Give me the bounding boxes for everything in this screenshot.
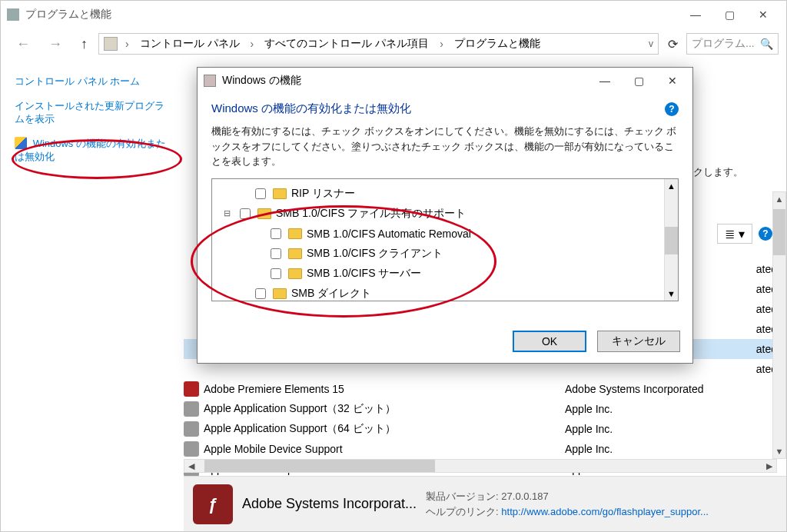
program-icon (184, 401, 199, 417)
table-row[interactable]: Apple Mobile Device Support Apple Inc. (184, 439, 777, 459)
feature-label: SMB 1.0/CIFS サーバー (307, 267, 421, 281)
program-icon (184, 441, 199, 457)
tree-node[interactable]: SMB 1.0/CIFS クライアント (215, 244, 675, 264)
feature-checkbox[interactable] (271, 268, 281, 279)
tree-node[interactable]: RIP リスナー (215, 184, 675, 204)
back-button[interactable]: ← (8, 33, 38, 55)
search-placeholder: プログラム... (692, 37, 755, 51)
help-icon[interactable]: ? (759, 227, 772, 241)
horizontal-scrollbar[interactable]: ◀ ▶ (184, 459, 777, 473)
scroll-thumb[interactable] (204, 460, 435, 472)
folder-icon (288, 268, 302, 279)
program-name: Adobe Premiere Elements 15 (204, 383, 565, 395)
ok-button[interactable]: OK (513, 331, 586, 352)
help-link[interactable]: http://www.adobe.com/go/flashplayer_supp… (501, 506, 709, 517)
navbar: ← → ↑ › コントロール パネル › すべてのコントロール パネル項目 › … (1, 28, 786, 59)
feature-checkbox[interactable] (255, 188, 266, 199)
crumb-sep-icon: › (435, 38, 448, 50)
dialog-help-icon[interactable]: ? (665, 102, 679, 116)
program-publisher: Apple Inc. (565, 423, 777, 435)
feature-label: SMB ダイレクト (291, 287, 371, 301)
program-name: Apple Mobile Device Support (204, 443, 565, 455)
program-publisher: Apple Inc. (565, 403, 777, 415)
folder-icon (288, 248, 302, 259)
program-icon (184, 421, 199, 437)
titlebar: プログラムと機能 — ▢ ✕ (1, 1, 786, 28)
crumb-control-panel[interactable]: コントロール パネル (137, 35, 243, 52)
tree-node[interactable]: ⊟ SMB 1.0/CIFS ファイル共有のサポート (215, 204, 675, 224)
version-label: 製品バージョン: (426, 490, 499, 502)
publisher-text: ated (184, 363, 777, 375)
status-bar: ƒ Adobe Systems Incorporat... 製品バージョン: 2… (184, 476, 786, 531)
help-link-label: ヘルプのリンク: (426, 506, 499, 517)
folder-icon (273, 288, 287, 299)
feature-label: RIP リスナー (291, 187, 355, 201)
search-icon: 🔍 (760, 38, 773, 50)
expander-icon[interactable]: ⊟ (221, 208, 232, 218)
vertical-scrollbar[interactable]: ▲ ▼ (772, 191, 786, 459)
scroll-left-icon[interactable]: ◀ (184, 460, 198, 472)
crumb-dropdown-icon[interactable]: v (649, 38, 653, 49)
dialog-title: Windows の機能 (222, 74, 301, 88)
crumb-all-items[interactable]: すべてのコントロール パネル項目 (261, 35, 432, 52)
up-button[interactable]: ↑ (73, 33, 95, 55)
dialog-close-button[interactable]: ✕ (656, 69, 689, 92)
forward-button[interactable]: → (41, 33, 70, 55)
scroll-up-icon[interactable]: ▲ (773, 192, 785, 206)
scroll-right-icon[interactable]: ▶ (762, 460, 776, 472)
tree-node[interactable]: SMB 1.0/CIFS サーバー (215, 264, 675, 284)
restore-button[interactable]: ▢ (712, 3, 746, 26)
folder-icon (273, 188, 287, 199)
scroll-thumb[interactable] (773, 209, 785, 255)
link-control-panel-home[interactable]: コントロール パネル ホーム (15, 75, 170, 88)
view-mode-button[interactable]: ≣ ▾ (717, 224, 752, 244)
feature-checkbox[interactable] (271, 248, 281, 259)
feature-checkbox[interactable] (240, 208, 251, 219)
program-publisher: Adobe Systems Incorporated (565, 383, 777, 395)
program-name: Apple Application Support（64 ビット） (204, 422, 565, 436)
feature-label: SMB 1.0/CIFS Automatic Removal (307, 228, 471, 240)
table-row[interactable]: Apple Application Support（32 ビット） Apple … (184, 399, 777, 419)
cancel-button[interactable]: キャンセル (597, 331, 680, 352)
tree-scrollbar[interactable]: ▲ ▼ (664, 179, 678, 301)
breadcrumb-bar[interactable]: › コントロール パネル › すべてのコントロール パネル項目 › プログラムと… (98, 33, 659, 55)
dialog-heading: Windows の機能の有効化または無効化 (211, 101, 411, 116)
tree-node[interactable]: SMB ダイレクト (215, 284, 675, 301)
scroll-down-icon[interactable]: ▼ (773, 444, 785, 458)
shield-icon (15, 137, 27, 149)
scroll-thumb[interactable] (665, 227, 678, 254)
features-tree: RIP リスナー ⊟ SMB 1.0/CIFS ファイル共有のサポート SMB … (211, 178, 679, 301)
folder-icon (288, 228, 302, 239)
dialog-minimize-button[interactable]: — (588, 69, 622, 92)
program-icon (184, 381, 199, 397)
crumb-sep-icon: › (246, 38, 259, 50)
close-button[interactable]: ✕ (746, 3, 780, 26)
feature-checkbox[interactable] (255, 288, 266, 299)
crumb-sep-icon: › (121, 38, 134, 50)
search-input[interactable]: プログラム... 🔍 (686, 33, 779, 55)
feature-checkbox[interactable] (271, 228, 281, 239)
table-row[interactable]: Apple Application Support（64 ビット） Apple … (184, 419, 777, 439)
side-panel: コントロール パネル ホーム インストールされた更新プログラムを表示 Windo… (1, 59, 184, 476)
program-name: Apple Application Support（32 ビット） (204, 402, 565, 416)
dialog-description: 機能を有効にするには、チェック ボックスをオンにしてください。機能を無効にするに… (211, 124, 679, 169)
link-windows-features-label: Windows の機能の有効化または無効化 (15, 138, 166, 163)
link-installed-updates[interactable]: インストールされた更新プログラムを表示 (15, 99, 170, 126)
window-title: プログラムと機能 (25, 8, 111, 22)
feature-label: SMB 1.0/CIFS クライアント (307, 247, 443, 261)
scroll-up-icon[interactable]: ▲ (665, 179, 678, 193)
scroll-down-icon[interactable]: ▼ (665, 287, 678, 301)
version-value: 27.0.0.187 (501, 490, 548, 502)
table-row[interactable]: Adobe Premiere Elements 15 Adobe Systems… (184, 379, 777, 399)
feature-label: SMB 1.0/CIFS ファイル共有のサポート (276, 207, 466, 221)
window-icon (7, 8, 19, 21)
tree-node[interactable]: SMB 1.0/CIFS Automatic Removal (215, 224, 675, 244)
status-title: Adobe Systems Incorporat... (242, 496, 417, 512)
refresh-button[interactable]: ⟳ (662, 33, 683, 55)
folder-icon (257, 208, 271, 219)
crumb-programs-features[interactable]: プログラムと機能 (451, 35, 543, 52)
minimize-button[interactable]: — (679, 3, 712, 26)
programs-features-window: プログラムと機能 — ▢ ✕ ← → ↑ › コントロール パネル › すべての… (0, 0, 787, 532)
dialog-restore-button[interactable]: ▢ (622, 69, 656, 92)
link-windows-features[interactable]: Windows の機能の有効化または無効化 (15, 137, 170, 164)
